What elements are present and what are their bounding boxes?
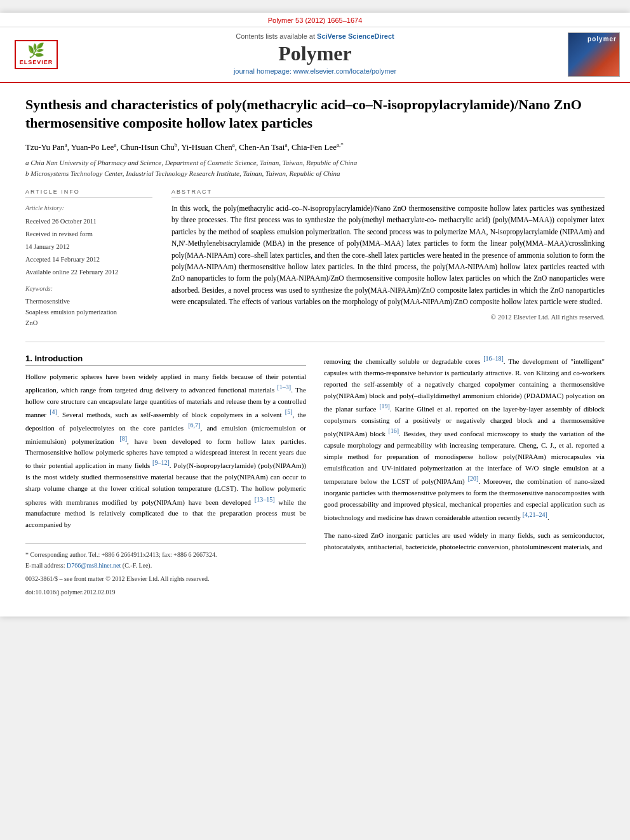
page: Polymer 53 (2012) 1665–1674 🌿 ELSEVIER C… xyxy=(0,13,630,617)
affiliations: a Chia Nan University of Pharmacy and Sc… xyxy=(25,157,605,178)
copyright-line: © 2012 Elsevier Ltd. All rights reserved… xyxy=(171,313,605,321)
footnote-area: * Corresponding author. Tel.: +886 6 266… xyxy=(25,543,306,597)
article-info-block: Article history: Received 26 October 201… xyxy=(25,203,152,329)
journal-homepage: journal homepage: www.elsevier.com/locat… xyxy=(71,67,559,75)
intro-paragraph-right-2: The nano-sized ZnO inorganic particles a… xyxy=(324,530,605,552)
keyword-soapless: Soapless emulsion polymerization xyxy=(25,307,152,318)
intro-section-label: Introduction xyxy=(34,354,83,363)
keyword-zno: ZnO xyxy=(25,318,152,329)
history-label: Article history: xyxy=(25,203,152,214)
top-bar: Polymer 53 (2012) 1665–1674 xyxy=(0,13,630,27)
body-section: 1. Introduction Hollow polymeric spheres… xyxy=(25,354,605,597)
revised-label: Received in revised form xyxy=(25,230,93,237)
journal-center: Contents lists available at SciVerse Sci… xyxy=(71,32,559,77)
affiliation-b: b Microsystems Technology Center, Indust… xyxy=(25,170,340,177)
email-label: E-mail address: xyxy=(25,562,65,569)
journal-header: 🌿 ELSEVIER Contents lists available at S… xyxy=(0,27,630,83)
intro-section-number: 1. xyxy=(25,354,32,363)
abstract-label: ABSTRACT xyxy=(171,189,605,197)
elsevier-brand: ELSEVIER xyxy=(20,59,53,65)
journal-title: Polymer xyxy=(71,43,559,65)
author-yuan-po-lee: Yuan-Po Lee xyxy=(71,143,114,152)
author-chun-hsun-chu: Chun-Hsun Chu xyxy=(121,143,175,152)
sciverse-link[interactable]: SciVerse ScienceDirect xyxy=(317,32,394,40)
abstract-text: In this work, the poly(methacrylic acid–… xyxy=(171,203,605,308)
article-info-abstract-section: ARTICLE INFO Article history: Received 2… xyxy=(25,189,605,329)
doi-line: doi:10.1016/j.polymer.2012.02.019 xyxy=(25,587,306,597)
revised-date: 14 January 2012 xyxy=(25,243,69,250)
intro-right-col: removing the chemically soluble or degra… xyxy=(324,354,605,597)
abstract-col: ABSTRACT In this work, the poly(methacry… xyxy=(171,189,605,329)
accepted-date: Accepted 14 February 2012 xyxy=(25,256,100,263)
elsevier-logo: 🌿 ELSEVIER xyxy=(8,32,65,77)
authors-line: Tzu-Yu Pana, Yuan-Po Leea, Chun-Hsun Chu… xyxy=(25,141,605,154)
received-date: Received 26 October 2011 xyxy=(25,218,97,225)
email-line: E-mail address: D766@ms8.hinet.net (C.-F… xyxy=(25,560,306,571)
online-date: Available online 22 February 2012 xyxy=(25,269,118,276)
author-yi-hsuan-chen: Yi-Hsuan Chen xyxy=(181,143,232,152)
section-divider xyxy=(25,342,605,342)
author-chen-an-tsai: Chen-An Tsai xyxy=(239,143,285,152)
author-chia-fen-lee: Chia-Fen Lee xyxy=(292,143,337,152)
sciverse-line: Contents lists available at SciVerse Sci… xyxy=(71,32,559,40)
affiliation-a: a Chia Nan University of Pharmacy and Sc… xyxy=(25,159,357,166)
intro-paragraph-left: Hollow polymeric spheres have been widel… xyxy=(25,371,306,531)
article-info-col: ARTICLE INFO Article history: Received 2… xyxy=(25,189,152,329)
email-address[interactable]: D766@ms8.hinet.net xyxy=(67,562,121,569)
corresponding-author-note: * Corresponding author. Tel.: +886 6 266… xyxy=(25,549,306,560)
article-title: Synthesis and characteristics of poly(me… xyxy=(25,96,605,132)
intro-paragraph-right-1: removing the chemically soluble or degra… xyxy=(324,354,605,523)
intro-left-col: 1. Introduction Hollow polymeric spheres… xyxy=(25,354,306,597)
journal-volume-info: Polymer 53 (2012) 1665–1674 xyxy=(268,17,363,24)
email-suffix: (C.-F. Lee). xyxy=(123,562,152,569)
polymer-cover-image: polymer xyxy=(565,32,622,77)
keyword-thermosensitive: Thermosensitive xyxy=(25,297,152,307)
elsevier-tree-icon: 🌿 xyxy=(20,44,53,58)
author-tzu-yu-pan: Tzu-Yu Pan xyxy=(25,143,65,152)
intro-section-title: 1. Introduction xyxy=(25,354,306,366)
keywords-label: Keywords: xyxy=(25,283,152,295)
cover-label: polymer xyxy=(587,36,617,43)
article-info-label: ARTICLE INFO xyxy=(25,189,152,197)
main-content: Synthesis and characteristics of poly(me… xyxy=(0,83,630,617)
issn-line: 0032-3861/$ – see front matter © 2012 El… xyxy=(25,573,306,584)
